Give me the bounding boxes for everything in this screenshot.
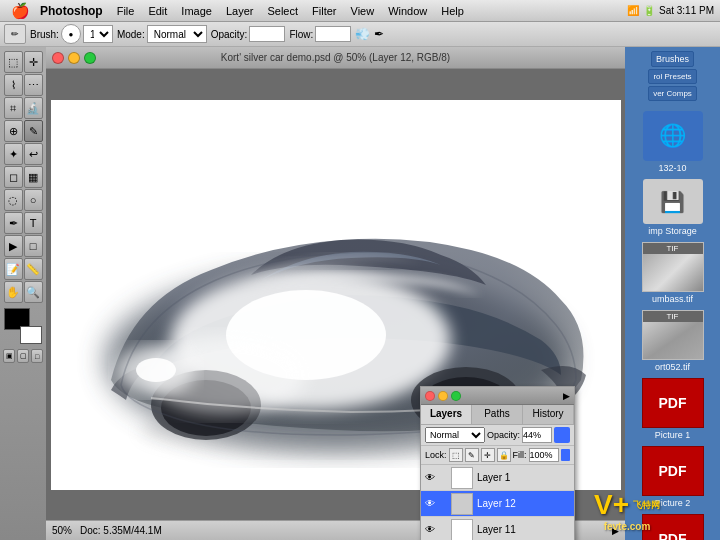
lasso-tool[interactable]: ⌇: [4, 74, 23, 96]
lock-transparent-icon[interactable]: ⬚: [449, 448, 463, 462]
file-picture-1[interactable]: PDF Picture 1: [642, 378, 704, 440]
brush-preview[interactable]: ●: [61, 24, 81, 44]
move-tool[interactable]: ✛: [24, 51, 43, 73]
text-tool[interactable]: T: [24, 212, 43, 234]
zoom-level: 50%: [52, 525, 72, 536]
path-select-tool[interactable]: ▶: [4, 235, 23, 257]
tool-row-5: ✦ ↩: [4, 143, 43, 165]
file-imp-storage-label: imp Storage: [648, 226, 697, 236]
zoom-tool[interactable]: 🔍: [24, 281, 43, 303]
opacity-field: Opacity: 86%: [211, 26, 286, 42]
mode-select[interactable]: Normal: [147, 25, 207, 43]
hand-tool[interactable]: ✋: [4, 281, 23, 303]
menu-help[interactable]: Help: [435, 3, 470, 19]
brush-field: Brush: ● 13: [30, 24, 113, 44]
brush-tool[interactable]: ✎: [24, 120, 43, 142]
layers-max-btn[interactable]: [451, 391, 461, 401]
tab-paths[interactable]: Paths: [472, 405, 523, 424]
blur-tool[interactable]: ◌: [4, 189, 23, 211]
menu-file[interactable]: File: [111, 3, 141, 19]
brush-label: Brush:: [30, 29, 59, 40]
file-ort052-tif[interactable]: TIF ort052.tif: [642, 310, 704, 372]
opacity-input[interactable]: 86%: [249, 26, 285, 42]
gradient-tool[interactable]: ▦: [24, 166, 43, 188]
notes-tool[interactable]: 📝: [4, 258, 23, 280]
layer-1-eye[interactable]: 👁: [423, 471, 437, 485]
canvas-title: Kort' silver car demo.psd @ 50% (Layer 1…: [221, 52, 450, 63]
pen-tool[interactable]: ✒: [4, 212, 23, 234]
menu-edit[interactable]: Edit: [142, 3, 173, 19]
tab-layers[interactable]: Layers: [421, 405, 472, 424]
layers-win-buttons: [425, 391, 461, 401]
lock-icons: ⬚ ✎ ✛ 🔒: [449, 448, 511, 462]
brush-size-select[interactable]: 13: [83, 25, 113, 43]
tab-history[interactable]: History: [523, 405, 574, 424]
opacity-input[interactable]: [522, 427, 552, 443]
crop-tool[interactable]: ⌗: [4, 97, 23, 119]
layers-tabs: Layers Paths History: [421, 405, 574, 425]
menu-window[interactable]: Window: [382, 3, 433, 19]
healing-tool[interactable]: ⊕: [4, 120, 23, 142]
tablet-icon[interactable]: ✒: [374, 27, 384, 41]
measure-tool[interactable]: 📏: [24, 258, 43, 280]
layers-panel: ▶ Layers Paths History Normal Opacity: L…: [420, 386, 575, 540]
tool-row-9: ▶ □: [4, 235, 43, 257]
flow-input[interactable]: 77%: [315, 26, 351, 42]
layer-comps-btn[interactable]: ver Comps: [648, 86, 697, 101]
screen-mode-normal[interactable]: ▣: [3, 349, 15, 363]
shape-tool[interactable]: □: [24, 235, 43, 257]
layer-1-name: Layer 1: [477, 472, 510, 483]
menubar-right: 📶 🔋 Sat 3:11 PM: [627, 5, 720, 16]
menu-select[interactable]: Select: [261, 3, 304, 19]
tool-row-6: ◻ ▦: [4, 166, 43, 188]
file-132-10[interactable]: 🌐 132-10: [643, 111, 703, 173]
layers-min-btn[interactable]: [438, 391, 448, 401]
marquee-tool[interactable]: ⬚: [4, 51, 23, 73]
menu-filter[interactable]: Filter: [306, 3, 342, 19]
brushes-btn[interactable]: Brushes: [651, 51, 694, 67]
background-color[interactable]: [20, 326, 42, 344]
tool-presets-btn[interactable]: rol Presets: [648, 69, 696, 84]
lock-all-icon[interactable]: 🔒: [497, 448, 511, 462]
screen-mode-max[interactable]: □: [31, 349, 43, 363]
file-imp-storage[interactable]: 💾 imp Storage: [643, 179, 703, 236]
eraser-tool[interactable]: ◻: [4, 166, 23, 188]
screen-mode-full[interactable]: ▢: [17, 349, 29, 363]
layer-row-1[interactable]: 👁 Layer 1: [421, 465, 574, 491]
layer-12-eye[interactable]: 👁: [423, 497, 437, 511]
apple-menu[interactable]: 🍎: [0, 2, 40, 20]
dodge-tool[interactable]: ○: [24, 189, 43, 211]
menubar: 🍎 Photoshop File Edit Image Layer Select…: [0, 0, 720, 22]
layer-row-12[interactable]: 👁 Layer 12: [421, 491, 574, 517]
layers-close-btn[interactable]: [425, 391, 435, 401]
file-umbass-tif-label: umbass.tif: [652, 294, 693, 304]
file-picture-1-label: Picture 1: [655, 430, 691, 440]
airbrush-icon[interactable]: 💨: [355, 27, 370, 41]
clone-tool[interactable]: ✦: [4, 143, 23, 165]
window-buttons: [52, 52, 96, 64]
history-brush-tool[interactable]: ↩: [24, 143, 43, 165]
close-button[interactable]: [52, 52, 64, 64]
lock-position-icon[interactable]: ✛: [481, 448, 495, 462]
svg-point-11: [136, 358, 176, 382]
minimize-button[interactable]: [68, 52, 80, 64]
layer-11-eye[interactable]: 👁: [423, 523, 437, 537]
maximize-button[interactable]: [84, 52, 96, 64]
layer-row-11[interactable]: 👁 Layer 11: [421, 517, 574, 540]
eyedropper-tool[interactable]: 🔬: [24, 97, 43, 119]
magic-wand-tool[interactable]: ⋯: [24, 74, 43, 96]
flow-label: Flow:: [289, 29, 313, 40]
lock-pixels-icon[interactable]: ✎: [465, 448, 479, 462]
file-ort052-tif-label: ort052.tif: [655, 362, 690, 372]
layers-expand-btn[interactable]: ▶: [563, 391, 570, 401]
tool-row-8: ✒ T: [4, 212, 43, 234]
layer-1-thumb: [451, 467, 473, 489]
fill-input[interactable]: [529, 448, 559, 462]
blend-mode-select[interactable]: Normal: [425, 427, 485, 443]
menu-layer[interactable]: Layer: [220, 3, 260, 19]
watermark-site-label: 飞特网: [633, 499, 660, 512]
tool-row-7: ◌ ○: [4, 189, 43, 211]
menu-view[interactable]: View: [345, 3, 381, 19]
menu-image[interactable]: Image: [175, 3, 218, 19]
file-umbass-tif[interactable]: TIF umbass.tif: [642, 242, 704, 304]
